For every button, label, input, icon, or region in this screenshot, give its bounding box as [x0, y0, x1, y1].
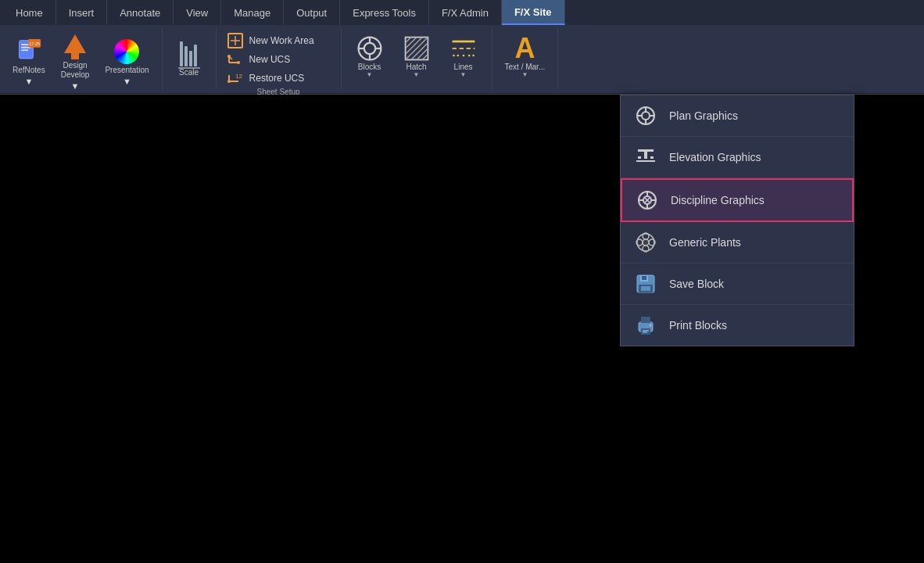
restore-ucs-label: Restore UCS: [249, 73, 305, 84]
scale-icon: [177, 41, 202, 66]
new-work-area-icon: [227, 33, 243, 48]
svg-rect-54: [644, 152, 647, 156]
new-ucs-button[interactable]: New UCS: [223, 50, 335, 69]
svg-rect-9: [194, 45, 197, 66]
tab-home[interactable]: Home: [3, 0, 56, 25]
scale-row: Scale: [169, 31, 210, 87]
new-work-area-label: New Work Area: [249, 35, 314, 46]
blocks-arrow: ▼: [367, 71, 373, 78]
svg-rect-56: [644, 156, 647, 159]
text-mar-label: Text / Mar...: [505, 63, 546, 71]
generic-plants-icon: [633, 230, 658, 255]
ribbon: Home Insert Annotate View Manage Output …: [0, 0, 924, 95]
restore-ucs-button[interactable]: 12 Restore UCS: [223, 69, 335, 88]
tab-row: Home Insert Annotate View Manage Output …: [0, 0, 924, 25]
svg-rect-8: [189, 51, 192, 66]
refnotes-label: RefNotes: [13, 66, 45, 75]
svg-point-43: [457, 55, 459, 57]
new-work-area-button[interactable]: New Work Area: [223, 31, 335, 50]
refnotes-arrow: ▼: [24, 77, 33, 86]
text-mar-group: A Text / Mar... ▼: [492, 28, 559, 90]
sheet-setup-group: New Work Area New UCS: [217, 28, 342, 90]
svg-line-32: [405, 38, 416, 48]
plan-graphics-icon: [633, 103, 658, 128]
svg-point-42: [453, 55, 455, 57]
presentation-icon: [114, 39, 139, 64]
design-develop-arrow: ▼: [71, 81, 80, 91]
svg-point-18: [227, 55, 231, 58]
plan-graphics-label: Plan Graphics: [669, 109, 738, 122]
discipline-graphics-icon: [635, 188, 660, 213]
tab-annotate[interactable]: Annotate: [107, 0, 174, 25]
restore-ucs-icon: 12: [227, 70, 243, 86]
tools-group: Blocks ▼: [342, 28, 492, 90]
print-blocks-item[interactable]: Print Blocks: [621, 305, 854, 346]
scale-button[interactable]: Scale: [169, 38, 210, 81]
plan-graphics-item[interactable]: Plan Graphics: [621, 95, 854, 137]
svg-line-33: [405, 38, 410, 43]
svg-point-17: [237, 61, 240, 64]
save-block-label: Save Block: [669, 278, 724, 290]
save-block-icon: [633, 271, 658, 296]
text-t-icon: A: [514, 32, 535, 65]
generic-plants-label: Generic Plants: [669, 236, 741, 249]
svg-text:17-25: 17-25: [29, 41, 40, 46]
tab-view[interactable]: View: [174, 0, 221, 25]
tools-row: Blocks ▼: [348, 31, 485, 87]
design-develop-label: DesignDevelop: [61, 61, 90, 80]
hatch-icon: [403, 34, 431, 63]
hatch-arrow: ▼: [414, 71, 420, 78]
svg-point-83: [650, 325, 652, 327]
elevation-graphics-item[interactable]: Elevation Graphics: [621, 137, 854, 178]
hatch-label: Hatch: [406, 63, 426, 71]
ribbon-content: 17-25 RefNotes ▼ DesignDevelop: [0, 25, 924, 94]
tab-express-tools[interactable]: Express Tools: [340, 0, 429, 25]
discipline-graphics-label: Discipline Graphics: [671, 194, 765, 206]
hatch-button[interactable]: Hatch ▼: [395, 31, 439, 81]
discipline-graphics-item[interactable]: Discipline Graphics: [621, 178, 854, 222]
text-mar-row: A Text / Mar... ▼: [499, 31, 552, 87]
tab-fx-site[interactable]: F/X Site: [502, 0, 565, 25]
tab-fx-admin[interactable]: F/X Admin: [429, 0, 502, 25]
svg-point-44: [462, 55, 464, 57]
arrow-stem-icon: [71, 53, 79, 59]
blocks-dropdown-menu: Plan Graphics Elevation Graphics: [620, 95, 854, 346]
new-ucs-label: New UCS: [249, 54, 291, 65]
svg-point-46: [472, 55, 475, 57]
presentation-button[interactable]: Presentation ▼: [98, 36, 155, 89]
scale-group: Scale: [163, 28, 217, 90]
print-blocks-icon: [633, 313, 658, 338]
svg-rect-6: [180, 41, 183, 66]
svg-rect-82: [643, 332, 647, 333]
svg-rect-7: [184, 46, 188, 66]
svg-rect-79: [641, 317, 650, 323]
svg-point-72: [643, 239, 649, 246]
color-wheel-icon: [114, 39, 139, 64]
svg-rect-75: [642, 276, 646, 280]
new-ucs-icon: [227, 52, 243, 67]
lines-button[interactable]: Lines ▼: [442, 31, 485, 81]
text-mar-button[interactable]: A Text / Mar... ▼: [499, 31, 552, 81]
text-mar-icon: A: [510, 34, 539, 63]
tab-insert[interactable]: Insert: [56, 0, 108, 25]
managers-group: 17-25 RefNotes ▼ DesignDevelop: [0, 28, 163, 90]
svg-line-36: [422, 54, 428, 59]
refnotes-icon: 17-25: [16, 39, 41, 64]
svg-rect-58: [636, 160, 655, 162]
svg-rect-53: [638, 149, 654, 152]
svg-rect-57: [650, 156, 654, 159]
generic-plants-item[interactable]: Generic Plants: [621, 222, 854, 264]
design-develop-icon: [63, 34, 88, 59]
lines-arrow: ▼: [460, 71, 467, 78]
tab-output[interactable]: Output: [284, 0, 340, 25]
design-develop-button[interactable]: DesignDevelop ▼: [55, 31, 96, 94]
refnotes-button[interactable]: 17-25 RefNotes ▼: [6, 36, 52, 89]
tab-manage[interactable]: Manage: [221, 0, 284, 25]
elevation-graphics-label: Elevation Graphics: [669, 151, 761, 163]
save-block-item[interactable]: Save Block: [621, 264, 854, 305]
sheet-setup-items: New Work Area New UCS: [223, 31, 335, 88]
svg-rect-55: [638, 156, 641, 159]
svg-rect-77: [641, 286, 650, 291]
lines-label: Lines: [454, 63, 473, 71]
blocks-button[interactable]: Blocks ▼: [348, 31, 392, 81]
